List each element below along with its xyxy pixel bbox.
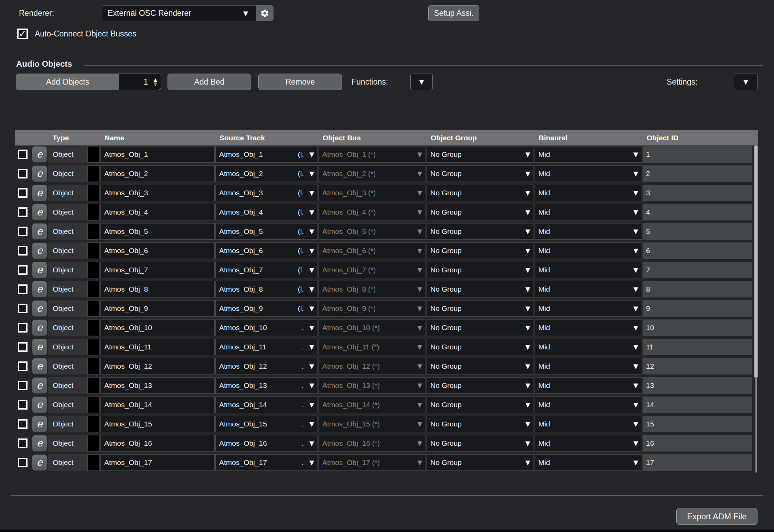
name-field[interactable]: Atmos_Obj_9 xyxy=(100,300,215,317)
object-group-dropdown[interactable]: No Group ▼ xyxy=(427,281,534,297)
binaural-dropdown[interactable]: Mid ▼ xyxy=(535,319,642,336)
source-track-dropdown[interactable]: Atmos_Obj_7 (l. ▼ xyxy=(215,262,318,278)
object-bus-dropdown[interactable]: Atmos_Obj_12 (*) ▼ xyxy=(319,358,426,374)
binaural-dropdown[interactable]: Mid ▼ xyxy=(535,454,642,471)
source-track-dropdown[interactable]: Atmos_Obj_6 (l. ▼ xyxy=(215,242,318,259)
object-bus-dropdown[interactable]: Atmos_Obj_5 (*) ▼ xyxy=(319,223,426,240)
object-group-dropdown[interactable]: No Group ▼ xyxy=(427,358,534,374)
name-field[interactable]: Atmos_Obj_6 xyxy=(100,242,215,259)
object-group-dropdown[interactable]: No Group ▼ xyxy=(427,319,534,336)
object-group-dropdown[interactable]: No Group ▼ xyxy=(427,242,534,259)
row-checkbox[interactable] xyxy=(18,438,28,448)
row-checkbox[interactable] xyxy=(18,361,28,371)
auto-connect-checkbox[interactable]: ✓ xyxy=(17,29,28,39)
name-field[interactable]: Atmos_Obj_10 xyxy=(100,319,215,336)
object-bus-dropdown[interactable]: Atmos_Obj_2 (*) ▼ xyxy=(319,165,426,182)
row-checkbox[interactable] xyxy=(18,265,28,275)
object-group-dropdown[interactable]: No Group ▼ xyxy=(427,185,534,201)
remove-button[interactable]: Remove xyxy=(258,74,342,90)
row-checkbox[interactable] xyxy=(18,227,28,236)
color-swatch[interactable] xyxy=(87,339,100,355)
color-swatch[interactable] xyxy=(87,185,100,201)
renderer-settings-button[interactable] xyxy=(256,6,273,21)
count-stepper[interactable]: ▲ ▼ xyxy=(153,78,157,86)
edit-channel-button[interactable]: e xyxy=(32,358,47,374)
object-group-dropdown[interactable]: No Group ▼ xyxy=(427,146,534,163)
source-track-dropdown[interactable]: Atmos_Obj_8 (l. ▼ xyxy=(215,281,318,297)
edit-channel-button[interactable]: e xyxy=(32,242,47,259)
object-bus-dropdown[interactable]: Atmos_Obj_13 (*) ▼ xyxy=(319,377,426,394)
row-checkbox[interactable] xyxy=(18,419,28,429)
row-checkbox[interactable] xyxy=(18,246,28,256)
color-swatch[interactable] xyxy=(87,358,100,374)
name-field[interactable]: Atmos_Obj_17 xyxy=(100,454,215,471)
edit-channel-button[interactable]: e xyxy=(32,319,47,336)
binaural-dropdown[interactable]: Mid ▼ xyxy=(535,146,642,163)
functions-dropdown[interactable]: ▼ xyxy=(410,74,433,90)
source-track-dropdown[interactable]: Atmos_Obj_2 (l. ▼ xyxy=(215,165,318,182)
setup-assistant-button[interactable]: Setup Assi. xyxy=(428,5,479,21)
color-swatch[interactable] xyxy=(87,223,100,240)
name-field[interactable]: Atmos_Obj_8 xyxy=(100,281,215,297)
object-bus-dropdown[interactable]: Atmos_Obj_10 (*) ▼ xyxy=(319,319,426,336)
binaural-dropdown[interactable]: Mid ▼ xyxy=(535,435,642,452)
source-track-dropdown[interactable]: Atmos_Obj_11 . ▼ xyxy=(215,339,318,355)
row-checkbox[interactable] xyxy=(18,284,28,294)
source-track-dropdown[interactable]: Atmos_Obj_14 . ▼ xyxy=(215,397,318,413)
row-checkbox[interactable] xyxy=(18,150,28,159)
name-field[interactable]: Atmos_Obj_7 xyxy=(100,262,215,278)
color-swatch[interactable] xyxy=(87,281,100,297)
object-group-dropdown[interactable]: No Group ▼ xyxy=(427,204,534,220)
color-swatch[interactable] xyxy=(87,165,100,182)
edit-channel-button[interactable]: e xyxy=(32,165,47,182)
object-group-dropdown[interactable]: No Group ▼ xyxy=(427,416,534,432)
source-track-dropdown[interactable]: Atmos_Obj_5 (l. ▼ xyxy=(215,223,318,240)
row-checkbox[interactable] xyxy=(18,207,28,217)
object-group-dropdown[interactable]: No Group ▼ xyxy=(427,300,534,317)
edit-channel-button[interactable]: e xyxy=(32,300,47,317)
edit-channel-button[interactable]: e xyxy=(32,416,47,432)
scrollbar-thumb[interactable] xyxy=(754,145,758,378)
color-swatch[interactable] xyxy=(87,416,100,432)
object-group-dropdown[interactable]: No Group ▼ xyxy=(427,377,534,394)
source-track-dropdown[interactable]: Atmos_Obj_17 . ▼ xyxy=(215,454,318,471)
row-checkbox[interactable] xyxy=(18,458,28,467)
name-field[interactable]: Atmos_Obj_14 xyxy=(100,397,215,413)
source-track-dropdown[interactable]: Atmos_Obj_4 (l. ▼ xyxy=(215,204,318,220)
object-bus-dropdown[interactable]: Atmos_Obj_1 (*) ▼ xyxy=(319,146,426,163)
edit-channel-button[interactable]: e xyxy=(32,262,47,278)
binaural-dropdown[interactable]: Mid ▼ xyxy=(535,397,642,413)
source-track-dropdown[interactable]: Atmos_Obj_15 . ▼ xyxy=(215,416,318,432)
color-swatch[interactable] xyxy=(87,377,100,394)
edit-channel-button[interactable]: e xyxy=(32,281,47,297)
color-swatch[interactable] xyxy=(87,204,100,220)
row-checkbox[interactable] xyxy=(18,188,28,198)
object-bus-dropdown[interactable]: Atmos_Obj_14 (*) ▼ xyxy=(319,397,426,413)
color-swatch[interactable] xyxy=(87,435,100,452)
binaural-dropdown[interactable]: Mid ▼ xyxy=(535,223,642,240)
object-bus-dropdown[interactable]: Atmos_Obj_11 (*) ▼ xyxy=(319,339,426,355)
object-group-dropdown[interactable]: No Group ▼ xyxy=(427,339,534,355)
object-bus-dropdown[interactable]: Atmos_Obj_4 (*) ▼ xyxy=(319,204,426,220)
binaural-dropdown[interactable]: Mid ▼ xyxy=(535,358,642,374)
binaural-dropdown[interactable]: Mid ▼ xyxy=(535,377,642,394)
row-checkbox[interactable] xyxy=(18,381,28,390)
name-field[interactable]: Atmos_Obj_11 xyxy=(100,339,215,355)
binaural-dropdown[interactable]: Mid ▼ xyxy=(535,281,642,297)
color-swatch[interactable] xyxy=(87,319,100,336)
settings-dropdown[interactable]: ▼ xyxy=(734,74,758,90)
renderer-dropdown[interactable]: External OSC Renderer ▼ xyxy=(102,6,256,21)
object-group-dropdown[interactable]: No Group ▼ xyxy=(427,223,534,240)
object-group-dropdown[interactable]: No Group ▼ xyxy=(427,165,534,182)
color-swatch[interactable] xyxy=(87,454,100,471)
binaural-dropdown[interactable]: Mid ▼ xyxy=(535,204,642,220)
stepper-down-icon[interactable]: ▼ xyxy=(153,82,157,86)
add-objects-button[interactable]: Add Objects xyxy=(16,74,119,90)
source-track-dropdown[interactable]: Atmos_Obj_10 . ▼ xyxy=(215,319,318,336)
edit-channel-button[interactable]: e xyxy=(32,223,47,240)
name-field[interactable]: Atmos_Obj_12 xyxy=(100,358,215,374)
edit-channel-button[interactable]: e xyxy=(32,377,47,394)
edit-channel-button[interactable]: e xyxy=(32,397,47,413)
binaural-dropdown[interactable]: Mid ▼ xyxy=(535,262,642,278)
binaural-dropdown[interactable]: Mid ▼ xyxy=(535,300,642,317)
